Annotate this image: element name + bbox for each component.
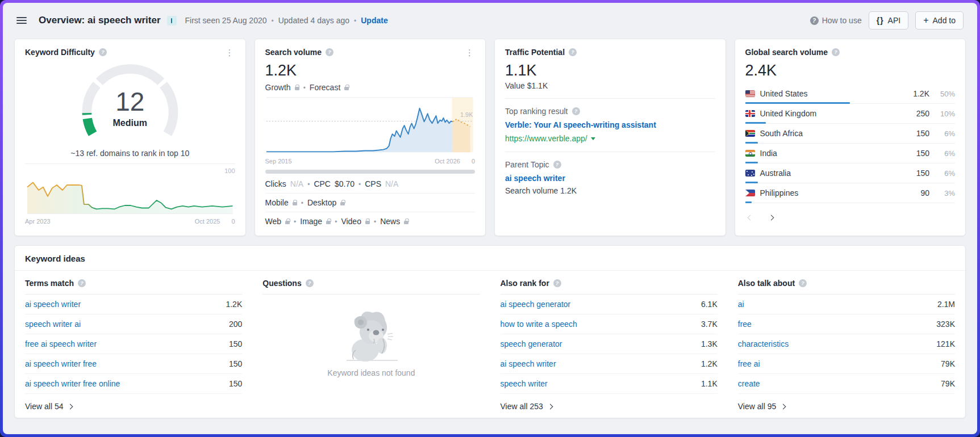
card-title: Search volume [265, 48, 322, 57]
keyword-link[interactable]: ai speech generator [501, 300, 571, 309]
column-header: Also rank for [501, 271, 718, 295]
growth-label: Growth [265, 83, 291, 92]
keyword-row: free ai speech writer 150 [25, 334, 242, 354]
keyword-link[interactable]: speech generator [501, 339, 562, 348]
top-bar: Overview: ai speech writer First seen 25… [3, 3, 977, 36]
flag-united-states-icon [745, 90, 755, 97]
country-volume: 90 [920, 188, 929, 198]
x-axis-start-label: Sep 2015 [265, 158, 292, 165]
add-to-button[interactable]: + Add to [915, 11, 964, 30]
chart-scrollbar[interactable] [265, 170, 476, 174]
keyword-link[interactable]: ai [738, 300, 744, 309]
forecast-label: Forecast [310, 83, 340, 92]
help-icon[interactable] [306, 279, 314, 287]
keyword-link[interactable]: how to write a speech [501, 320, 577, 329]
more-menu-icon[interactable] [464, 48, 475, 57]
bullet-separator [307, 179, 310, 188]
video-label: Video [341, 217, 361, 226]
kd-gauge: 12 Medium [68, 59, 193, 148]
keyword-link[interactable]: ai speech writer [501, 359, 556, 368]
keyword-link[interactable]: free ai speech writer [25, 339, 97, 348]
keyword-link[interactable]: free ai [738, 359, 760, 368]
help-icon[interactable] [78, 279, 86, 287]
first-seen-text: First seen 25 Aug 2020 [185, 16, 267, 25]
keyword-link[interactable]: ai speech writer free [25, 359, 97, 368]
kd-trend-svg [25, 175, 235, 216]
keyword-difficulty-card: Keyword Difficulty 12 Medium ~13 ref [14, 39, 246, 236]
keyword-volume: 150 [229, 379, 242, 388]
menu-icon[interactable] [16, 17, 27, 24]
cps-value: N/A [385, 179, 398, 188]
main-content: Keyword Difficulty 12 Medium ~13 ref [3, 36, 977, 434]
browser-window: Overview: ai speech writer First seen 25… [0, 0, 980, 437]
help-icon[interactable] [832, 48, 840, 56]
api-button[interactable]: {} API [869, 11, 908, 30]
card-header: Keyword Difficulty [25, 48, 235, 57]
help-icon[interactable] [326, 48, 333, 56]
help-icon[interactable] [572, 107, 580, 115]
country-row[interactable]: Philippines 90 3% [745, 183, 956, 203]
parent-topic-link[interactable]: ai speech writer [505, 174, 715, 183]
how-to-use-link[interactable]: How to use [810, 16, 862, 25]
cpc-label: CPC [314, 179, 331, 188]
cps-label: CPS [365, 179, 381, 188]
lock-icon [326, 221, 331, 224]
keyword-row: ai speech generator 6.1K [501, 295, 718, 314]
search-volume-value: 1.2K [265, 62, 476, 79]
divider [505, 98, 715, 99]
country-row[interactable]: United States 1.2K 50% [745, 84, 956, 104]
view-all-link[interactable]: View all 253 [501, 402, 718, 411]
card-header: Global search volume [745, 48, 956, 57]
view-all-label: View all 54 [25, 402, 63, 411]
update-link[interactable]: Update [361, 16, 387, 25]
parent-topic-label-row: Parent Topic [505, 160, 715, 169]
country-share-bar [745, 201, 752, 203]
country-row[interactable]: Australia 150 6% [745, 163, 956, 183]
keyword-link[interactable]: ai speech writer free online [25, 379, 120, 388]
keyword-volume: 150 [229, 359, 242, 368]
top-result-url-link[interactable]: https://www.verble.app/ [505, 134, 587, 143]
chevron-right-icon [547, 404, 553, 409]
keyword-link[interactable]: ai speech writer [25, 300, 81, 309]
keyword-row: ai speech writer 1.2K [501, 354, 718, 374]
country-percent: 50% [935, 90, 955, 98]
previous-page-icon[interactable] [748, 212, 752, 222]
keyword-volume: 6.1K [701, 300, 718, 309]
column-header: Questions [262, 271, 479, 295]
view-all-link[interactable]: View all 95 [738, 402, 955, 411]
flag-south-africa-icon [745, 130, 755, 137]
caret-down-icon[interactable] [591, 137, 595, 140]
keyword-volume: 200 [229, 320, 242, 329]
country-percent: 6% [935, 169, 955, 178]
also-talk-about-column: Also talk about ai 2.1M free 323K charac… [738, 271, 955, 411]
keyword-link[interactable]: create [738, 379, 760, 388]
help-icon[interactable] [799, 279, 807, 287]
keyword-volume: 1.2K [226, 300, 242, 309]
growth-forecast-row: Growth Forecast [265, 83, 476, 92]
keyword-ideas-columns: Terms match ai speech writer 1.2K speech… [25, 271, 955, 411]
keyword-link[interactable]: characteristics [738, 339, 789, 348]
help-icon[interactable] [553, 279, 561, 287]
view-all-link[interactable]: View all 54 [25, 402, 242, 411]
country-percent: 6% [935, 149, 955, 158]
more-menu-icon[interactable] [224, 48, 235, 57]
keyword-link[interactable]: speech writer ai [25, 320, 81, 329]
help-icon[interactable] [569, 48, 577, 56]
help-icon[interactable] [99, 48, 107, 56]
help-icon[interactable] [553, 161, 561, 169]
country-row[interactable]: United Kingdom 250 10% [745, 104, 956, 124]
keyword-volume: 1.2K [701, 359, 718, 368]
top-result-title-link[interactable]: Verble: Your AI speech-writing assistant [505, 120, 715, 129]
lock-icon [295, 87, 299, 90]
serp-types-row: Web Image Video News [265, 212, 476, 230]
keyword-link[interactable]: speech writer [501, 379, 548, 388]
terms-match-column: Terms match ai speech writer 1.2K speech… [25, 271, 242, 411]
country-row[interactable]: India 150 6% [745, 144, 956, 163]
cpc-value: $0.70 [335, 179, 355, 188]
next-page-icon[interactable] [769, 212, 773, 222]
keyword-row: free ai 79K [738, 354, 955, 374]
page-title: Overview: ai speech writer [39, 15, 161, 26]
parent-topic-label: Parent Topic [505, 160, 549, 169]
country-row[interactable]: South Africa 150 6% [745, 124, 956, 144]
keyword-link[interactable]: free [738, 320, 752, 329]
